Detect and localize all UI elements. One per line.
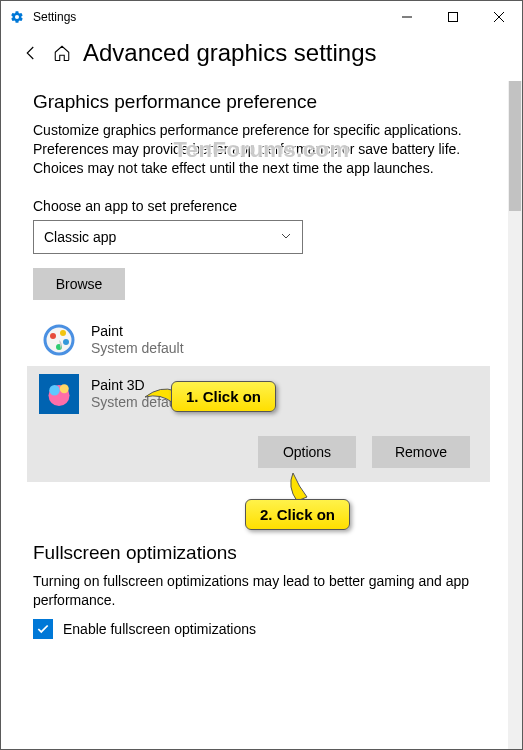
content-area: Graphics performance preference Customiz… — [1, 81, 522, 749]
svg-point-8 — [49, 385, 60, 396]
perf-description: Customize graphics performance preferenc… — [33, 121, 484, 178]
callout-2: 2. Click on — [245, 499, 350, 530]
app-name: Paint — [91, 323, 184, 339]
window-controls — [384, 1, 522, 33]
fullscreen-checkbox-row[interactable]: Enable fullscreen optimizations — [33, 619, 484, 639]
scroll-pane: Graphics performance preference Customiz… — [1, 81, 508, 749]
svg-point-9 — [60, 384, 69, 393]
browse-button[interactable]: Browse — [33, 268, 125, 300]
app-sub: System default — [91, 340, 184, 356]
chevron-down-icon — [280, 229, 292, 245]
page-title: Advanced graphics settings — [83, 39, 377, 67]
scrollbar-thumb[interactable] — [509, 81, 521, 211]
settings-window: Settings Advanced graphics settings TenF… — [0, 0, 523, 750]
callout-1: 1. Click on — [171, 381, 276, 412]
checkbox-checked-icon — [33, 619, 53, 639]
app-row-paint[interactable]: Paint System default — [33, 314, 484, 366]
titlebar: Settings — [1, 1, 522, 33]
settings-app-icon — [9, 9, 25, 25]
choose-app-label: Choose an app to set preference — [33, 198, 484, 214]
app-type-dropdown[interactable]: Classic app — [33, 220, 303, 254]
browse-label: Browse — [56, 276, 103, 292]
svg-point-4 — [60, 330, 66, 336]
svg-rect-0 — [449, 13, 458, 22]
fullscreen-description: Turning on fullscreen optimizations may … — [33, 572, 484, 610]
fullscreen-checkbox-label: Enable fullscreen optimizations — [63, 621, 256, 637]
maximize-button[interactable] — [430, 1, 476, 33]
titlebar-title: Settings — [33, 10, 384, 24]
fullscreen-heading: Fullscreen optimizations — [33, 542, 484, 564]
paint3d-icon — [39, 374, 79, 414]
close-button[interactable] — [476, 1, 522, 33]
home-icon[interactable] — [51, 44, 73, 62]
perf-heading: Graphics performance preference — [33, 91, 484, 113]
remove-button[interactable]: Remove — [372, 436, 470, 468]
options-button[interactable]: Options — [258, 436, 356, 468]
svg-point-5 — [63, 339, 69, 345]
app-actions: Options Remove — [27, 422, 490, 482]
paint-icon — [39, 320, 79, 360]
back-button[interactable] — [17, 39, 45, 67]
dropdown-value: Classic app — [44, 229, 116, 245]
nav-row: Advanced graphics settings — [1, 33, 522, 71]
minimize-button[interactable] — [384, 1, 430, 33]
remove-label: Remove — [395, 444, 447, 460]
options-label: Options — [283, 444, 331, 460]
scrollbar[interactable] — [508, 81, 522, 749]
svg-point-3 — [50, 333, 56, 339]
